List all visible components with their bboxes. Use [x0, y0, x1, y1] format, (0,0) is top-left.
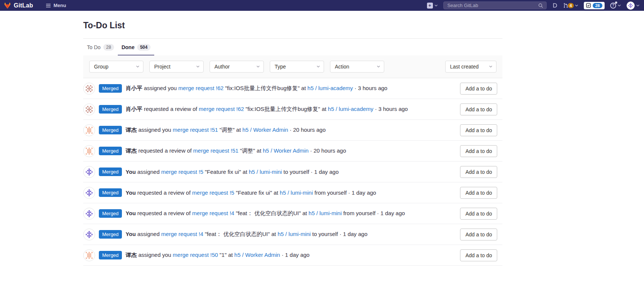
actor-name: 肖小平 — [126, 85, 142, 91]
navbar-right: + 4 — [427, 1, 640, 10]
todo-row: Merged You requested a review of merge r… — [83, 203, 502, 224]
project-link[interactable]: h5 / lumi-academy — [307, 85, 353, 91]
actor-name: 谭杰 — [126, 147, 137, 154]
timestamp: 1 day ago — [352, 189, 376, 196]
menu-button[interactable]: Menu — [43, 2, 68, 9]
todo-text: 谭杰 assigned you merge request !51 "调整" a… — [126, 127, 454, 134]
merge-request-link[interactable]: merge request !50 — [173, 252, 218, 258]
filter-action-dropdown[interactable]: Action — [330, 61, 384, 73]
project-link[interactable]: h5 / Worker Admin — [263, 147, 308, 154]
merge-request-title: "feat： 优化空白状态的UI" — [236, 210, 301, 216]
merge-request-link[interactable]: merge request !5 — [192, 189, 234, 196]
merged-badge: Merged — [99, 188, 122, 197]
todo-text: 肖小平 assigned you merge request !62 "fix:… — [126, 85, 454, 92]
project-link[interactable]: h5 / Worker Admin — [234, 252, 280, 258]
dot-separator: · — [290, 127, 292, 133]
help-menu-button[interactable]: ? — [610, 3, 621, 9]
navbar-left: GitLab Menu — [4, 2, 68, 9]
author-avatar — [83, 103, 95, 115]
merge-request-link[interactable]: merge request !62 — [199, 106, 244, 112]
search-input[interactable] — [447, 2, 536, 9]
filter-group-label: Group — [94, 64, 109, 70]
action-text: requested a review of — [137, 189, 190, 196]
merged-badge: Merged — [99, 168, 122, 176]
merge-request-title: "feat： 优化空白状态的UI" — [205, 231, 270, 237]
timestamp: 20 hours ago — [293, 127, 326, 133]
todo-text: 谭杰 requested a review of merge request !… — [126, 147, 454, 154]
tab-done[interactable]: Done 504 — [118, 39, 154, 55]
merge-request-link[interactable]: merge request !4 — [161, 231, 203, 237]
todo-count-button[interactable]: 28 — [584, 2, 605, 9]
project-link[interactable]: h5 / lumi-mini — [308, 210, 342, 216]
notification-dot — [615, 1, 617, 4]
filter-project-label: Project — [154, 64, 171, 70]
tab-todo[interactable]: To Do 28 — [83, 39, 118, 55]
user-avatar — [627, 1, 635, 10]
add-todo-button[interactable]: Add a to do — [460, 249, 497, 261]
merge-request-link[interactable]: merge request !4 — [192, 210, 234, 216]
author-avatar — [83, 249, 95, 261]
merged-badge: Merged — [99, 147, 122, 155]
project-link[interactable]: h5 / Worker Admin — [242, 127, 288, 133]
dot-separator: · — [377, 210, 379, 216]
project-link[interactable]: h5 / lumi-mini — [249, 169, 282, 175]
todo-text: 肖小平 requested a review of merge request … — [126, 106, 454, 113]
search-icon[interactable] — [538, 3, 543, 8]
filter-author-dropdown[interactable]: Author — [210, 61, 264, 73]
project-link[interactable]: h5 / lumi-mini — [278, 231, 311, 237]
timestamp: 3 hours ago — [378, 106, 408, 112]
add-todo-button[interactable]: Add a to do — [460, 208, 497, 220]
todo-row: Merged You assigned merge request !4 "fe… — [83, 224, 502, 245]
project-link[interactable]: h5 / lumi-mini — [280, 189, 313, 196]
dot-separator: · — [310, 147, 312, 154]
at-word: at — [302, 210, 307, 216]
merge-request-link[interactable]: merge request !51 — [173, 127, 218, 133]
chevron-down-icon — [489, 66, 492, 68]
gitlab-tanuki-icon — [4, 2, 11, 9]
add-todo-button[interactable]: Add a to do — [460, 103, 497, 115]
actor-name: You — [126, 169, 136, 175]
action-text: assigned you — [138, 252, 171, 258]
actor-name: You — [126, 210, 136, 216]
add-todo-button[interactable]: Add a to do — [460, 145, 497, 157]
todo-text: 谭杰 assigned you merge request !50 "1" at… — [126, 252, 454, 259]
new-menu-button[interactable]: + — [427, 3, 438, 9]
gitlab-logo[interactable]: GitLab — [4, 2, 33, 9]
todo-page: To-Do List To Do 28 Done 504 Group Proje… — [83, 11, 502, 266]
action-text: requested a review of — [137, 210, 190, 216]
chevron-down-icon — [618, 4, 621, 7]
filter-type-dropdown[interactable]: Type — [270, 61, 324, 73]
filter-group-dropdown[interactable]: Group — [89, 61, 143, 73]
filter-project-dropdown[interactable]: Project — [149, 61, 204, 73]
action-text: assigned — [137, 231, 159, 237]
add-todo-button[interactable]: Add a to do — [460, 166, 497, 178]
chevron-down-icon — [434, 4, 438, 7]
timestamp: 3 hours ago — [358, 85, 387, 91]
chevron-down-icon — [575, 4, 578, 7]
at-word: at — [322, 106, 327, 112]
todo-count-badge: 28 — [593, 3, 602, 8]
merge-requests-button[interactable]: 4 — [563, 3, 578, 8]
merged-badge: Merged — [99, 230, 122, 239]
merged-badge: Merged — [99, 105, 122, 114]
issues-dashboard-button[interactable] — [552, 3, 557, 8]
project-link[interactable]: h5 / lumi-academy — [328, 106, 373, 112]
at-word: at — [301, 85, 306, 91]
action-text: requested a review of — [144, 106, 197, 112]
add-todo-button[interactable]: Add a to do — [460, 187, 497, 199]
filter-action-label: Action — [335, 64, 349, 70]
action-text: assigned — [137, 169, 159, 175]
sort-dropdown[interactable]: Last created — [445, 61, 496, 73]
action-text: assigned you — [144, 85, 177, 91]
add-todo-button[interactable]: Add a to do — [460, 229, 497, 240]
action-text: assigned you — [138, 127, 171, 133]
merge-request-link[interactable]: merge request !51 — [193, 147, 239, 154]
merge-request-link[interactable]: merge request !5 — [161, 169, 203, 175]
global-search — [443, 1, 547, 9]
todo-check-icon — [586, 3, 591, 8]
at-word: at — [271, 231, 276, 237]
add-todo-button[interactable]: Add a to do — [460, 124, 497, 136]
add-todo-button[interactable]: Add a to do — [460, 83, 497, 95]
user-menu-button[interactable] — [627, 1, 640, 10]
merge-request-link[interactable]: merge request !62 — [178, 85, 224, 91]
